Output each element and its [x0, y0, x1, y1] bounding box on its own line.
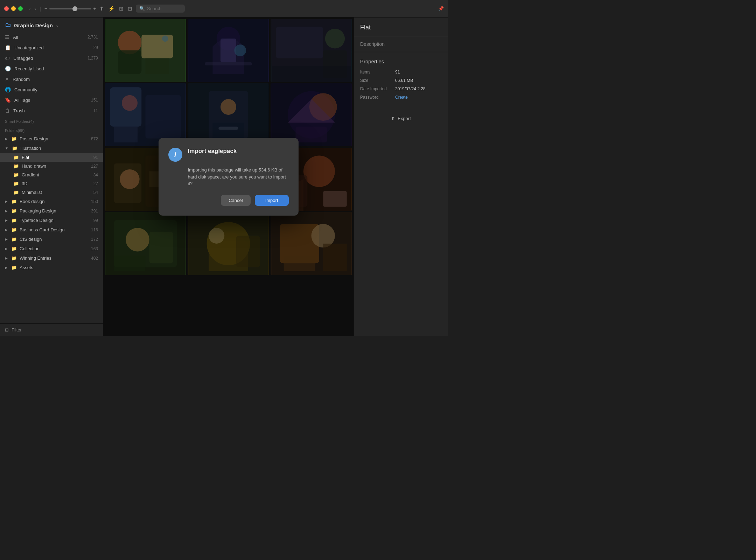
untagged-label: Untagged — [13, 56, 33, 61]
folder-icon-3d: 📁 — [13, 181, 19, 186]
rp-size-value: 66.61 MB — [395, 78, 413, 83]
maximize-button[interactable] — [18, 6, 23, 11]
folder-icon-minimalist: 📁 — [13, 190, 19, 195]
folder-icon-packaging: 📁 — [11, 208, 17, 214]
sidebar-item-trash[interactable]: 🗑 Trash 11 — [0, 105, 103, 116]
trash-count: 11 — [93, 108, 98, 113]
folder-label-assets: Assets — [20, 265, 33, 270]
sidebar-item-uncategorized[interactable]: 📋 Uncategorized 29 — [0, 42, 103, 53]
export-button[interactable]: ⬆ Export — [354, 112, 448, 125]
right-panel-folder-name: Flat — [354, 18, 448, 33]
search-box[interactable]: 🔍 Search — [136, 5, 185, 13]
sidebar-item-community[interactable]: 🌐 Community — [0, 84, 103, 95]
pin-icon[interactable]: 📌 — [438, 6, 444, 11]
rp-date-key: Date Imported — [360, 86, 395, 91]
folder-winning[interactable]: ▶ 📁 Winning Entries 402 — [0, 253, 103, 263]
uncategorized-icon: 📋 — [5, 45, 11, 50]
subfolder-label-flat: Flat — [22, 155, 29, 160]
all-count: 2,731 — [88, 35, 98, 40]
search-icon: 🔍 — [139, 6, 145, 11]
layout-icon[interactable]: ⊞ — [119, 6, 124, 12]
rp-divider-1 — [354, 36, 448, 36]
close-button[interactable] — [4, 6, 9, 11]
traffic-lights — [4, 6, 23, 11]
folder-business-card[interactable]: ▶ 📁 Business Card Design 116 — [0, 225, 103, 234]
content-area: i Import eaglepack Importing this packag… — [103, 18, 354, 336]
expand-icon-winning: ▶ — [5, 256, 8, 260]
modal-title: Import eaglepack — [188, 148, 237, 155]
sidebar-item-all[interactable]: ☰ All 2,731 — [0, 32, 103, 42]
all-tags-count: 151 — [91, 98, 98, 103]
smart-folders-label: Smart Folders(4) — [0, 116, 103, 125]
rp-prop-password: Password Create — [360, 93, 442, 102]
folder-packaging[interactable]: ▶ 📁 Packaging Design 391 — [0, 206, 103, 216]
subfolder-gradient[interactable]: 📁 Gradient 34 — [0, 170, 103, 179]
folder-assets[interactable]: ▶ 📁 Assets — [0, 263, 103, 272]
subfolder-minimalist[interactable]: 📁 Minimalist 54 — [0, 188, 103, 197]
sidebar-item-recently-used[interactable]: 🕐 Recently Used — [0, 63, 103, 74]
folder-label-bizcard: Business Card Design — [20, 227, 65, 232]
filter-icon[interactable]: ⊟ — [128, 6, 132, 12]
zoom-out-icon[interactable]: − — [44, 6, 47, 11]
rp-size-key: Size — [360, 78, 395, 83]
folder-label-illustration: Illustration — [20, 146, 41, 151]
folder-count-poster: 872 — [91, 136, 98, 141]
folder-typeface[interactable]: ▶ 📁 Typeface Design 99 — [0, 216, 103, 225]
subfolder-hand-drawn[interactable]: 📁 Hand drawn 127 — [0, 162, 103, 170]
folder-icon-illustration: 📁 — [12, 146, 18, 151]
folder-icon-gradient: 📁 — [13, 172, 19, 177]
subfolder-flat[interactable]: 📁 Flat 91 — [0, 153, 103, 162]
rp-properties: Items 91 Size 66.61 MB Date Imported 201… — [354, 66, 448, 103]
expand-icon-cis: ▶ — [5, 237, 8, 241]
minimize-button[interactable] — [11, 6, 16, 11]
folder-icon-bizcard: 📁 — [11, 227, 17, 232]
folder-book-design[interactable]: ▶ 📁 Book design 150 — [0, 197, 103, 206]
rp-items-value: 91 — [395, 70, 400, 75]
expand-icon-typeface: ▶ — [5, 218, 8, 222]
divider-icon: | — [40, 6, 41, 12]
trash-icon: 🗑 — [5, 108, 10, 113]
search-input[interactable]: Search — [147, 6, 161, 11]
folder-cis[interactable]: ▶ 📁 CIS design 172 — [0, 234, 103, 244]
filter-bar-label: Filter — [12, 327, 22, 332]
folder-count-packaging: 391 — [91, 209, 98, 214]
filter-bar[interactable]: ⊟ Filter — [0, 323, 103, 336]
rp-password-create-link[interactable]: Create — [395, 95, 408, 100]
sidebar-header: 🗂 Graphic Design ⌄ — [0, 18, 103, 32]
forward-icon[interactable]: › — [34, 6, 36, 12]
recently-used-label: Recently Used — [14, 66, 44, 71]
sidebar-item-random[interactable]: ✕ Random — [0, 74, 103, 84]
folder-icon-flat: 📁 — [13, 155, 19, 160]
rp-prop-size: Size 66.61 MB — [360, 76, 442, 85]
folder-icon-typeface: 📁 — [11, 218, 17, 223]
zoom-in-icon[interactable]: + — [93, 6, 96, 11]
lightning-icon[interactable]: ⚡ — [108, 6, 115, 12]
all-tags-label: All Tags — [14, 98, 30, 103]
all-label: All — [13, 35, 18, 40]
cancel-button[interactable]: Cancel — [221, 195, 250, 206]
modal-overlay: i Import eaglepack Importing this packag… — [103, 18, 354, 336]
back-icon[interactable]: ‹ — [29, 6, 31, 12]
folder-count-cis: 172 — [91, 237, 98, 242]
uncategorized-count: 29 — [93, 45, 98, 50]
random-label: Random — [13, 77, 30, 82]
folder-label-typeface: Typeface Design — [20, 218, 54, 223]
folder-poster-design[interactable]: ▶ 📁 Poster Design 872 — [0, 134, 103, 144]
folder-icon-collection: 📁 — [11, 246, 17, 251]
subfolder-count-gradient: 34 — [93, 173, 98, 177]
folder-illustration[interactable]: ▼ 📁 Illustration — [0, 144, 103, 153]
folder-collection[interactable]: ▶ 📁 Collection 163 — [0, 244, 103, 253]
import-button[interactable]: Import — [255, 195, 289, 206]
sidebar-item-all-tags[interactable]: 🔖 All Tags 151 — [0, 95, 103, 105]
zoom-slider[interactable] — [49, 8, 91, 9]
folder-icon-winning: 📁 — [11, 255, 17, 261]
sidebar-item-untagged[interactable]: 🏷 Untagged 1,279 — [0, 53, 103, 63]
folder-count-typeface: 99 — [93, 218, 98, 223]
subfolder-3d[interactable]: 📁 3D 27 — [0, 179, 103, 188]
expand-arrow-icon: ▶ — [5, 137, 8, 141]
subfolder-count-flat: 91 — [93, 155, 98, 160]
titlebar: ‹ › | − + ⬆ ⚡ ⊞ ⊟ 🔍 Search 📌 — [0, 0, 448, 18]
untagged-count: 1,279 — [88, 56, 98, 61]
share-icon[interactable]: ⬆ — [99, 6, 104, 12]
zoom-slider-area: − + — [44, 6, 96, 11]
